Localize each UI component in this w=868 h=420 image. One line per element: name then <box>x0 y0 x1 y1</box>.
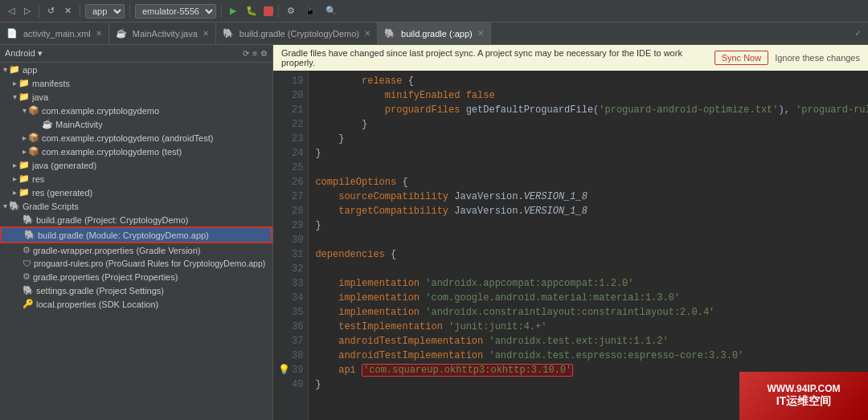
sync-now-button[interactable]: Sync Now <box>714 51 769 65</box>
folder-icon-com-example: 📦 <box>28 105 39 116</box>
code-line-31: dependencies { <box>315 249 396 260</box>
run-btn[interactable]: ▶ <box>227 4 240 18</box>
line-num-36: 36 <box>278 320 303 334</box>
tab-bar: 📄 activity_main.xml ✕ ☕ MainActivity.jav… <box>0 22 868 45</box>
folder-icon-android-test: 📦 <box>28 133 39 143</box>
tree-item-gradle-scripts[interactable]: ▾ 🐘 Gradle Scripts <box>0 199 272 213</box>
debug-btn[interactable]: 🐛 <box>243 4 260 18</box>
tree-item-gradle-props[interactable]: ⚙ gradle.properties (Project Properties) <box>0 270 272 283</box>
sep4 <box>221 5 222 18</box>
tree-label-build-gradle-proj: build.gradle (Project: CryptologyDemo) <box>36 215 189 225</box>
line-num-28: 28 <box>278 204 303 218</box>
folder-icon-res: 📁 <box>18 173 30 184</box>
tree-item-main-activity[interactable]: ☕ MainActivity <box>0 117 272 131</box>
code-line-20: minifyEnabled false <box>315 90 494 101</box>
code-line-37: androidTestImplementation 'androidx.test… <box>315 336 668 347</box>
code-line-32 <box>315 263 321 275</box>
forward-btn[interactable]: ▷ <box>21 4 34 18</box>
code-line-28: targetCompatibility JavaVersion.VERSION_… <box>315 206 587 217</box>
line-num-23: 23 <box>278 132 303 146</box>
arrow-test: ▸ <box>23 147 27 156</box>
stop-btn[interactable]: ✕ <box>61 4 75 18</box>
back-btn[interactable]: ◁ <box>5 4 18 18</box>
arrow-com-example: ▾ <box>23 106 27 115</box>
code-line-23: } <box>315 133 344 145</box>
tree-item-proguard[interactable]: 🛡 proguard-rules.pro (ProGuard Rules for… <box>0 257 272 270</box>
code-editor[interactable]: release { minifyEnabled false proguardFi… <box>309 71 868 420</box>
ignore-button[interactable]: Ignore these changes <box>775 53 860 63</box>
settings-icon[interactable]: ⚙ <box>260 49 268 58</box>
tree-item-java-gen[interactable]: ▸ 📁 java (generated) <box>0 158 272 172</box>
tree-item-com-example[interactable]: ▾ 📦 com.example.cryptologydemo <box>0 104 272 117</box>
code-line-33: implementation 'androidx.appcompat:appco… <box>315 278 633 289</box>
tree-item-build-gradle-proj[interactable]: 🐘 build.gradle (Project: CryptologyDemo) <box>0 213 272 226</box>
line-num-32: 32 <box>278 262 303 276</box>
arrow-res-gen: ▸ <box>13 188 17 197</box>
tree-item-java[interactable]: ▾ 📁 java <box>0 90 272 104</box>
tab-close[interactable]: ✕ <box>203 29 209 38</box>
tree-item-build-gradle-mod[interactable]: 🐘 build.gradle (Module: CryptologyDemo.a… <box>0 226 272 243</box>
app-dropdown[interactable]: app <box>85 4 125 18</box>
folder-icon-test: 📦 <box>28 146 39 157</box>
java-file-icon: ☕ <box>42 119 53 129</box>
gradle-proj-icon: 🐘 <box>23 214 34 225</box>
tree-label-java-gen: java (generated) <box>32 161 96 170</box>
tree-label-build-gradle-mod: build.gradle (Module: CryptologyDemo.app… <box>38 230 209 240</box>
tree-label-settings-gradle: settings.gradle (Project Settings) <box>36 286 164 296</box>
xml-icon: 📄 <box>6 28 18 39</box>
tab-close-active[interactable]: ✕ <box>477 29 484 38</box>
tree-label-app: app <box>23 65 37 75</box>
gradle-mod-icon: 🐘 <box>24 230 35 240</box>
tree-item-local-props[interactable]: 🔑 local.properties (SDK Location) <box>0 297 272 311</box>
main-content: Android ▾ ⟳ ≡ ⚙ ▾ 📁 app ▸ 📁 manifests ▾ … <box>0 45 868 420</box>
tab-activity-main[interactable]: 📄 activity_main.xml ✕ <box>0 22 109 44</box>
tree-label-com-example: com.example.cryptologydemo <box>42 106 159 116</box>
tab-build-gradle-crypto[interactable]: 🐘 build.gradle (CryptologyDemo) ✕ <box>216 22 378 44</box>
code-line-36: testImplementation 'junit:junit:4.+' <box>315 321 547 332</box>
android-dropdown[interactable]: Android ▾ <box>5 48 43 59</box>
refresh-btn[interactable]: ↺ <box>44 4 58 18</box>
code-line-24: } <box>315 148 321 159</box>
tools-btn1[interactable]: ⚙ <box>284 4 298 18</box>
sync-icon[interactable]: ⟳ <box>243 49 249 58</box>
props-icon-gradle: ⚙ <box>23 271 31 282</box>
code-line-38: androidTestImplementation 'androidx.test… <box>315 350 743 361</box>
props-icon-local: 🔑 <box>23 299 34 309</box>
props-icon-proguard: 🛡 <box>23 259 31 268</box>
sep3 <box>129 5 130 18</box>
tree-label-local-props: local.properties (SDK Location) <box>36 300 158 309</box>
java-icon: ☕ <box>116 28 127 39</box>
sync-bar: Gradle files have changed since last pro… <box>273 45 868 71</box>
folder-icon-manifests: 📁 <box>18 78 30 88</box>
tree-label-gradle-scripts: Gradle Scripts <box>23 202 79 211</box>
tree-item-test[interactable]: ▸ 📦 com.example.cryptologydemo (test) <box>0 145 272 158</box>
tree-item-app[interactable]: ▾ 📁 app <box>0 63 272 76</box>
line-numbers: 19 20 21 22 23 24 25 26 27 28 29 30 31 3… <box>273 71 309 420</box>
tab-close[interactable]: ✕ <box>96 29 102 38</box>
stop-run-btn[interactable] <box>264 6 273 16</box>
tree-item-res-gen[interactable]: ▸ 📁 res (generated) <box>0 186 272 199</box>
tools-btn2[interactable]: 📱 <box>301 4 319 18</box>
tab-main-activity[interactable]: ☕ MainActivity.java ✕ <box>109 22 216 44</box>
tab-close[interactable]: ✕ <box>364 29 371 38</box>
tree-item-res[interactable]: ▸ 📁 res <box>0 172 272 186</box>
tools-btn3[interactable]: 🔍 <box>322 4 340 18</box>
watermark-text: IT运维空间 <box>776 394 831 409</box>
gradle-scripts-icon: 🐘 <box>9 201 20 211</box>
code-line-27: sourceCompatibility JavaVersion.VERSION_… <box>315 191 587 202</box>
tree-item-gradle-wrapper[interactable]: ⚙ gradle-wrapper.properties (Gradle Vers… <box>0 243 272 257</box>
props-icon-wrapper: ⚙ <box>23 245 31 255</box>
tree-item-android-test[interactable]: ▸ 📦 com.example.cryptologydemo (androidT… <box>0 131 272 145</box>
tree-item-settings-gradle[interactable]: 🐘 settings.gradle (Project Settings) <box>0 283 272 297</box>
tree-item-manifests[interactable]: ▸ 📁 manifests <box>0 76 272 90</box>
collapse-all-icon[interactable]: ≡ <box>252 49 257 58</box>
tab-build-gradle-app[interactable]: 🐘 build.gradle (:app) ✕ <box>378 22 491 44</box>
sync-message: Gradle files have changed since last pro… <box>281 48 708 67</box>
watermark: WWW.94IP.COM IT运维空间 <box>739 372 868 420</box>
tab-label-active: build.gradle (:app) <box>401 29 473 39</box>
sidebar: Android ▾ ⟳ ≡ ⚙ ▾ 📁 app ▸ 📁 manifests ▾ … <box>0 45 273 420</box>
tree-label-gradle-props: gradle.properties (Project Properties) <box>33 272 178 282</box>
device-dropdown[interactable]: emulator-5556 <box>135 4 216 18</box>
sep2 <box>80 5 80 18</box>
code-line-30 <box>315 234 321 246</box>
